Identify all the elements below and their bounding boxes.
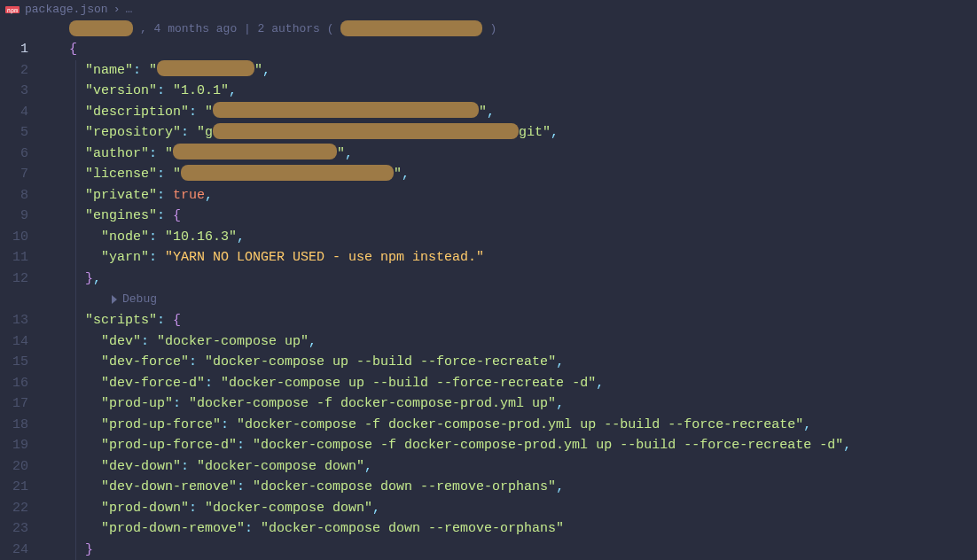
- code-line[interactable]: "dev": "docker-compose up",: [46, 331, 977, 353]
- code-line[interactable]: "node": "10.16.3",: [46, 227, 977, 248]
- play-icon: [112, 295, 117, 304]
- line-number[interactable]: 4: [0, 102, 28, 123]
- code-line[interactable]: {: [46, 39, 977, 60]
- line-number[interactable]: 24: [0, 540, 28, 561]
- breadcrumb-sep: ›: [113, 0, 121, 20]
- code-line[interactable]: "license": "",: [46, 164, 977, 185]
- code-line[interactable]: "description": "",: [46, 102, 977, 123]
- breadcrumb-more[interactable]: …: [125, 0, 132, 20]
- line-number[interactable]: 16: [0, 373, 28, 394]
- line-number[interactable]: 19: [0, 435, 28, 456]
- code-line[interactable]: "repository": "ggit",: [46, 122, 977, 144]
- code-line[interactable]: "dev-down": "docker-compose down",: [46, 456, 977, 478]
- line-number[interactable]: 10: [0, 227, 28, 248]
- redacted-description: [213, 102, 479, 118]
- redacted-authors-list: [340, 20, 482, 36]
- code-line[interactable]: "prod-up": "docker-compose -f docker-com…: [46, 393, 977, 415]
- redacted-author-value: [173, 144, 337, 159]
- code-line[interactable]: }: [46, 540, 977, 561]
- code-line[interactable]: "engines": {: [46, 206, 977, 227]
- line-number[interactable]: 8: [0, 185, 28, 206]
- code-line[interactable]: "private": true,: [46, 185, 977, 206]
- breadcrumb-file[interactable]: package.json: [25, 0, 108, 20]
- redacted-name: [157, 60, 254, 76]
- code-line[interactable]: "version": "1.0.1",: [46, 81, 977, 102]
- line-number[interactable]: 14: [0, 331, 28, 353]
- redacted-license: [181, 165, 394, 181]
- line-number[interactable]: 9: [0, 206, 28, 227]
- line-number[interactable]: 18: [0, 415, 28, 436]
- code-line[interactable]: "dev-down-remove": "docker-compose down …: [46, 477, 977, 498]
- code-line[interactable]: "yarn": "YARN NO LONGER USED - use npm i…: [46, 247, 977, 268]
- line-number[interactable]: 21: [0, 477, 28, 498]
- line-number[interactable]: 6: [0, 144, 28, 165]
- redacted-repo: [213, 123, 519, 139]
- line-number[interactable]: 17: [0, 393, 28, 415]
- redacted-author: [69, 20, 133, 36]
- code-line[interactable]: "prod-up-force": "docker-compose -f dock…: [46, 415, 977, 436]
- code-line[interactable]: "prod-up-force-d": "docker-compose -f do…: [46, 435, 977, 456]
- code-line[interactable]: "prod-down-remove": "docker-compose down…: [46, 518, 977, 540]
- code-area[interactable]: { "name": "", "version": "1.0.1", "descr…: [46, 39, 977, 560]
- debug-label: Debug: [122, 289, 157, 310]
- json-file-icon: npm: [5, 4, 20, 15]
- code-line[interactable]: "prod-down": "docker-compose down",: [46, 498, 977, 519]
- line-number[interactable]: 22: [0, 498, 28, 519]
- breadcrumb[interactable]: npm package.json › …: [0, 0, 977, 19]
- blame-close: ): [489, 19, 496, 40]
- line-number[interactable]: 5: [0, 122, 28, 144]
- line-number[interactable]: 15: [0, 352, 28, 373]
- code-line[interactable]: "author": "",: [46, 144, 977, 165]
- code-line[interactable]: "name": "",: [46, 60, 977, 82]
- line-number[interactable]: 2: [0, 60, 28, 82]
- indent-guide: [75, 60, 76, 560]
- line-number[interactable]: 11: [0, 247, 28, 268]
- line-number-gutter: 1 2 3 4 5 6 7 8 9 10 11 12 13 14 15 16 1…: [0, 39, 46, 560]
- line-number[interactable]: 23: [0, 518, 28, 540]
- line-number[interactable]: 13: [0, 310, 28, 331]
- line-number[interactable]: 20: [0, 456, 28, 478]
- code-line[interactable]: "scripts": {: [46, 310, 977, 331]
- code-line[interactable]: },: [46, 268, 977, 290]
- line-number[interactable]: 12: [0, 268, 28, 290]
- gitlens-blame[interactable]: , 4 months ago | 2 authors ( ): [0, 19, 977, 39]
- code-line[interactable]: "dev-force-d": "docker-compose up --buil…: [46, 373, 977, 394]
- line-number[interactable]: 7: [0, 164, 28, 185]
- debug-codelens[interactable]: Debug: [46, 291, 977, 308]
- blame-text: , 4 months ago | 2 authors (: [140, 19, 333, 40]
- code-editor[interactable]: 1 2 3 4 5 6 7 8 9 10 11 12 13 14 15 16 1…: [0, 39, 977, 560]
- line-number[interactable]: 1: [0, 39, 28, 60]
- code-line[interactable]: "dev-force": "docker-compose up --build …: [46, 352, 977, 373]
- line-number[interactable]: 3: [0, 81, 28, 102]
- svg-text:npm: npm: [7, 7, 19, 14]
